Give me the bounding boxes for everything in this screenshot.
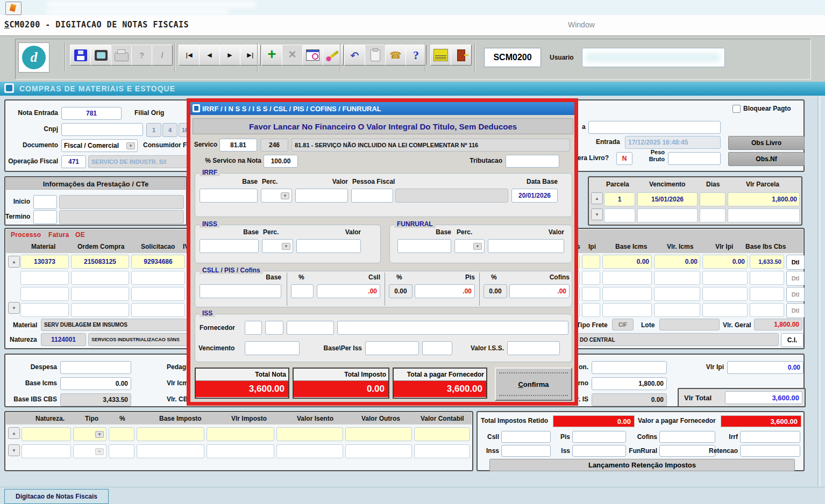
despesa-field[interactable] <box>60 361 131 374</box>
vlr-ipi-cell-empty[interactable] <box>702 303 748 317</box>
next-record-button[interactable]: ▶ <box>219 45 240 66</box>
valor-outros-cell-empty[interactable] <box>345 427 412 441</box>
pis-value-field[interactable]: .00 <box>415 284 475 298</box>
dtl-button-4[interactable]: Dtl <box>786 303 805 318</box>
csll-field[interactable] <box>501 431 551 443</box>
base-icms-field[interactable]: 0.00 <box>60 377 131 390</box>
lancamento-retencao-button[interactable]: Lançamento Retenção Impostos <box>489 459 795 471</box>
solicitacao-cell-empty[interactable] <box>131 271 185 285</box>
vlr-icms-cell-empty[interactable] <box>654 271 700 285</box>
data-base-field[interactable]: 20/01/2026 <box>511 189 558 203</box>
parcelas-scroll-up[interactable]: ▲ <box>591 192 603 204</box>
iss-fornecedor-field-1[interactable] <box>245 321 262 335</box>
funrural-perc-dropdown[interactable]: ▼ <box>454 239 485 253</box>
vlr-parcela-cell-empty[interactable] <box>728 208 800 222</box>
exit-button[interactable] <box>451 45 472 66</box>
dias-cell[interactable] <box>700 192 726 206</box>
valor-contabil-cell-empty[interactable] <box>414 427 470 441</box>
delete-record-button[interactable]: × <box>282 45 303 66</box>
cofins-value-field[interactable]: .00 <box>509 284 570 298</box>
dialog-title-bar[interactable]: IRRF / I N S S / I S S / CSL / PIS / COF… <box>190 102 574 115</box>
ordem-compra-cell[interactable]: 215083125 <box>71 255 129 269</box>
base-ibs-cbs-cell[interactable]: 1,633.50 <box>750 255 784 269</box>
vlr-ipi-cell-empty[interactable] <box>702 287 748 301</box>
pis-field[interactable] <box>572 431 626 443</box>
transportadora-field[interactable] <box>588 121 721 134</box>
bloquear-pagto-checkbox[interactable] <box>732 105 741 113</box>
itens-scroll-down[interactable]: ▼ <box>8 302 20 314</box>
documento-dropdown[interactable]: Fiscal / Comercial▼ <box>61 139 138 152</box>
solicitacao-cell[interactable]: 92934686 <box>131 255 185 269</box>
obs-livro-button[interactable]: Obs Livro <box>728 136 805 150</box>
dtl-button-2[interactable]: Dtl <box>786 271 805 286</box>
vlr-imposto-cell-empty[interactable] <box>207 444 274 458</box>
irrf-pessoa-field[interactable] <box>351 189 393 203</box>
base-imposto-cell-empty[interactable] <box>137 444 204 458</box>
base-imposto-cell-empty[interactable] <box>137 427 204 441</box>
material-cell-empty[interactable] <box>20 303 69 317</box>
material-cell[interactable]: 130373 <box>20 255 69 269</box>
search-window-button[interactable] <box>302 45 323 66</box>
screen-button[interactable] <box>90 45 111 66</box>
dias-cell-empty[interactable] <box>700 208 726 222</box>
ordem-compra-cell-empty[interactable] <box>71 271 129 285</box>
base-ibs-cbs-cell-empty[interactable] <box>750 271 784 285</box>
funrural-valor-field[interactable] <box>488 239 564 253</box>
ipi-cell[interactable] <box>582 255 600 269</box>
irrf-base-field[interactable] <box>200 189 258 203</box>
natureza-cell-empty[interactable] <box>22 444 71 458</box>
print-button[interactable] <box>111 45 132 66</box>
gera-livro-field[interactable]: N <box>616 152 632 165</box>
perc-servico-field[interactable]: 100.00 <box>264 155 298 168</box>
dtl-button-3[interactable]: Dtl <box>786 287 805 302</box>
base-icms-cell-empty[interactable] <box>602 287 652 301</box>
tributacao-field[interactable] <box>506 155 559 168</box>
son-field[interactable] <box>592 361 667 374</box>
tab-fatura[interactable]: Fatura <box>48 231 69 239</box>
confirma-button[interactable]: Confirma <box>495 368 572 401</box>
irrf-field[interactable] <box>740 431 800 443</box>
valor-outros-cell-empty[interactable] <box>345 444 412 458</box>
pct-cell-empty[interactable] <box>109 444 134 458</box>
iss-fornecedor-name-field[interactable] <box>337 321 568 335</box>
tab-processo[interactable]: Processo <box>11 231 41 239</box>
valor-isento-cell-empty[interactable] <box>276 444 343 458</box>
funrural-base-field[interactable] <box>397 239 451 253</box>
vlr-icms-cell[interactable]: 0.00 <box>654 255 700 269</box>
retencao-field[interactable] <box>740 445 800 457</box>
filial-button-2[interactable]: 4 <box>162 123 177 137</box>
prev-record-button[interactable]: ◀ <box>199 45 220 66</box>
material-cell-empty[interactable] <box>20 271 69 285</box>
base-ibs-cbs-cell-empty[interactable] <box>750 303 784 317</box>
news-button[interactable] <box>430 45 451 66</box>
itens-scroll-up[interactable]: ▲ <box>8 256 20 268</box>
iss-vencimento-field[interactable] <box>245 341 300 355</box>
pis-pct-field[interactable]: 0.00 <box>389 284 413 298</box>
tipo-cell-empty[interactable]: ▼ <box>73 444 106 458</box>
base-icms-cell-empty[interactable] <box>602 271 652 285</box>
csll-base-field[interactable] <box>200 284 281 298</box>
base-icms-cell-empty[interactable] <box>602 303 652 317</box>
valor-isento-cell-empty[interactable] <box>276 427 343 441</box>
parcela-cell[interactable]: 1 <box>604 192 635 206</box>
inss-base-field[interactable] <box>200 239 259 253</box>
obs-nf-button[interactable]: Obs.Nf <box>728 152 805 166</box>
material-cell-empty[interactable] <box>20 287 69 301</box>
base-iss-field[interactable] <box>365 341 419 355</box>
per-iss-field[interactable] <box>422 341 452 355</box>
iss-fornecedor-field-2[interactable] <box>265 321 283 335</box>
nota-entrada-field[interactable]: 781 <box>61 107 122 120</box>
tab-digitacao-notas-fiscais[interactable]: Digitacao de Notas Fiscais <box>4 489 109 504</box>
ipi-cell-empty[interactable] <box>582 271 600 285</box>
vlr-icms-cell-empty[interactable] <box>654 287 700 301</box>
run-pointer-button[interactable]: / <box>152 45 173 66</box>
ipi-cell-empty[interactable] <box>582 287 600 301</box>
phone-button[interactable]: ☎ <box>385 45 406 66</box>
solicitacao-cell-empty[interactable] <box>131 287 185 301</box>
window-menu[interactable]: Window <box>568 20 595 29</box>
vlr-icms-cell-empty[interactable] <box>654 303 700 317</box>
servico-code-field[interactable]: 81.81 <box>219 139 257 152</box>
inss-perc-dropdown[interactable]: ▼ <box>262 239 293 253</box>
save-button[interactable] <box>70 45 91 66</box>
base-ibs-cbs-cell-empty[interactable] <box>750 287 784 301</box>
